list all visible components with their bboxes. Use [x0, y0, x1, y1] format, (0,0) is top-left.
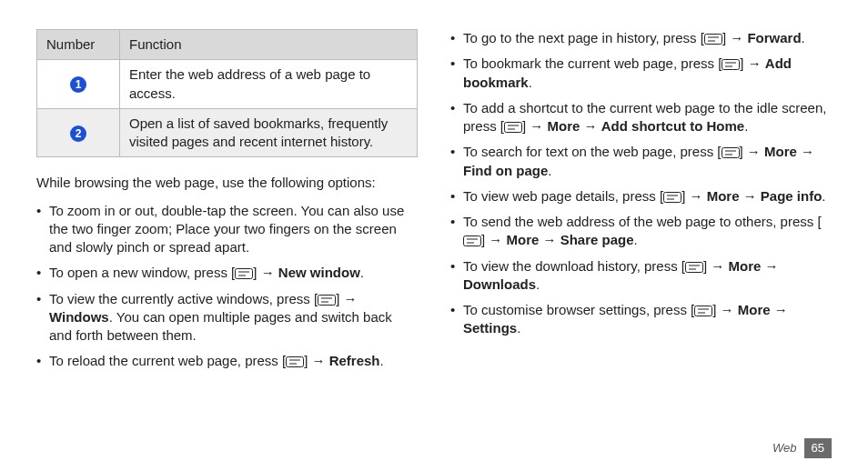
svg-rect-30 — [695, 306, 712, 316]
list-item: To view web page details, press [] → Mor… — [450, 187, 832, 205]
menu-key-icon — [318, 295, 336, 306]
section-label: Web — [772, 440, 797, 456]
list-item: To view the currently active windows, pr… — [36, 290, 418, 346]
svg-rect-9 — [704, 35, 722, 45]
svg-rect-18 — [722, 148, 739, 158]
table-row: 1Enter the web address of a web page to … — [37, 60, 418, 109]
list-item: To customise browser settings, press [] … — [450, 301, 832, 338]
list-item: To open a new window, press [] → New win… — [36, 264, 418, 282]
svg-rect-6 — [287, 357, 304, 367]
list-item: To go to the next page in history, press… — [450, 29, 832, 47]
list-item: To send the web address of the web page … — [450, 213, 832, 250]
callout-text: Enter the web address of a web page to a… — [120, 60, 418, 109]
list-item: To reload the current web page, press []… — [36, 352, 418, 370]
col-header-function: Function — [120, 30, 418, 60]
menu-key-icon — [463, 236, 481, 246]
callout-table: Number Function 1Enter the web address o… — [36, 29, 418, 157]
number-badge: 1 — [70, 76, 86, 93]
table-row: 2Open a list of saved bookmarks, frequen… — [37, 108, 418, 157]
callout-text: Open a list of saved bookmarks, frequent… — [120, 108, 418, 157]
list-item: To view the download history, press [] →… — [450, 257, 832, 295]
svg-rect-24 — [464, 236, 481, 246]
menu-key-icon — [685, 262, 703, 273]
svg-rect-27 — [686, 262, 703, 272]
page-footer: Web 65 — [772, 438, 832, 458]
svg-rect-21 — [664, 192, 681, 202]
intro-text: While browsing the web page, use the fol… — [36, 174, 418, 192]
svg-rect-15 — [505, 123, 522, 133]
menu-key-icon — [235, 268, 253, 279]
right-column: To go to the next page in history, press… — [450, 29, 832, 378]
col-header-number: Number — [37, 30, 120, 60]
svg-rect-3 — [318, 295, 336, 305]
menu-key-icon — [694, 306, 712, 316]
list-item: To add a shortcut to the current web pag… — [450, 99, 832, 136]
left-column: Number Function 1Enter the web address o… — [36, 29, 418, 378]
list-item: To zoom in or out, double-tap the screen… — [36, 202, 418, 257]
manual-page: Number Function 1Enter the web address o… — [0, 0, 868, 471]
svg-rect-12 — [722, 60, 740, 70]
options-list-right: To go to the next page in history, press… — [450, 29, 832, 338]
svg-rect-0 — [236, 269, 253, 279]
callout-number: 1 — [37, 60, 120, 109]
list-item: To search for text on the web page, pres… — [450, 143, 832, 180]
menu-key-icon — [704, 34, 722, 45]
two-column-layout: Number Function 1Enter the web address o… — [36, 29, 832, 378]
page-number: 65 — [804, 438, 832, 458]
menu-key-icon — [504, 122, 522, 133]
menu-key-icon — [663, 192, 681, 203]
menu-key-icon — [722, 147, 740, 158]
menu-key-icon — [722, 59, 740, 70]
callout-number: 2 — [37, 108, 120, 157]
options-list-left: To zoom in or out, double-tap the screen… — [36, 202, 418, 371]
menu-key-icon — [286, 356, 304, 367]
list-item: To bookmark the current web page, press … — [450, 55, 832, 92]
number-badge: 2 — [70, 125, 86, 142]
